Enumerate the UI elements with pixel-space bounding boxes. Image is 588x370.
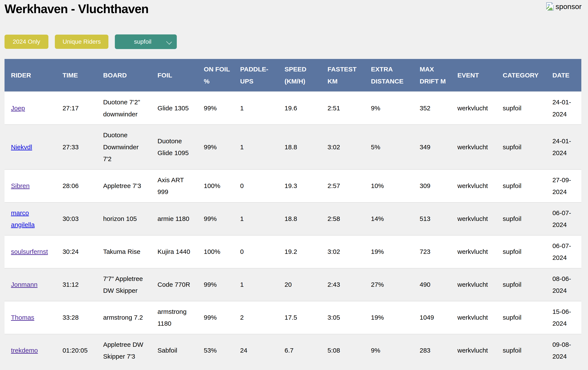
page: Werkhaven - Vluchthaven sponsor 2024 Onl… <box>0 2 588 367</box>
cell-rider: Thomas <box>4 301 56 334</box>
table-header: RIDERTIMEBOARDFOILON FOIL %PADDLE-UPSSPE… <box>4 59 581 92</box>
table-row: Jonmann31:127'7" Appletree DW SkipperCod… <box>4 268 581 301</box>
cell-extra_distance: 19% <box>365 301 413 334</box>
cell-fastest_km: 2:51 <box>321 92 365 125</box>
cell-on_foil: 53% <box>198 334 234 367</box>
cell-paddle_ups: 0 <box>234 169 278 202</box>
rider-link[interactable]: Joep <box>11 105 25 112</box>
cell-category: supfoil <box>496 92 546 125</box>
cell-extra_distance: 9% <box>365 92 413 125</box>
cell-board: Duotone Downwinder 7'2 <box>96 125 151 169</box>
cell-extra_distance: 27% <box>365 268 413 301</box>
cell-on_foil: 100% <box>198 169 234 202</box>
table-row: soulsurfernst30:24Takuma RiseKujira 1440… <box>4 235 581 268</box>
cell-category: supfoil <box>496 268 546 301</box>
broken-image-icon <box>545 1 555 12</box>
cell-category: supfoil <box>496 202 546 235</box>
cell-category: supfoil <box>496 169 546 202</box>
cell-category: supfoil <box>496 125 546 169</box>
rider-link[interactable]: trekdemo <box>11 347 38 354</box>
cell-fastest_km: 2:58 <box>321 202 365 235</box>
cell-on_foil: 99% <box>198 92 234 125</box>
cell-extra_distance: 9% <box>365 334 413 367</box>
cell-foil: Kujira 1440 <box>151 235 197 268</box>
column-header-extra_distance: EXTRA DISTANCE <box>365 59 413 92</box>
cell-fastest_km: 2:57 <box>321 169 365 202</box>
cell-time: 33:28 <box>56 301 97 334</box>
cell-category: supfoil <box>496 235 546 268</box>
cell-speed: 19.3 <box>278 169 321 202</box>
chevron-down-icon <box>166 39 172 44</box>
cell-speed: 6.7 <box>278 334 321 367</box>
cell-date: 27-09- 2024 <box>546 169 581 202</box>
cell-max_drift: 1049 <box>413 301 451 334</box>
cell-extra_distance: 19% <box>365 235 413 268</box>
cell-paddle_ups: 0 <box>234 235 278 268</box>
cell-rider: Jonmann <box>4 268 56 301</box>
column-header-board: BOARD <box>96 59 151 92</box>
rider-link[interactable]: Sibren <box>11 182 30 189</box>
cell-extra_distance: 14% <box>365 202 413 235</box>
rider-link[interactable]: soulsurfernst <box>11 248 48 255</box>
cell-board: armstrong 7.2 <box>96 301 151 334</box>
cell-date: 06-07- 2024 <box>546 202 581 235</box>
table-row: Thomas33:28armstrong 7.2armstrong 118099… <box>4 301 581 334</box>
cell-speed: 19.6 <box>278 92 321 125</box>
table-header-row: RIDERTIMEBOARDFOILON FOIL %PADDLE-UPSSPE… <box>4 59 581 92</box>
cell-time: 28:06 <box>56 169 97 202</box>
cell-event: werkvlucht <box>451 92 496 125</box>
cell-time: 31:12 <box>56 268 97 301</box>
column-header-event: EVENT <box>451 59 496 92</box>
table-row: Niekvdl27:33Duotone Downwinder 7'2Duoton… <box>4 125 581 169</box>
cell-board: 7'7" Appletree DW Skipper <box>96 268 151 301</box>
rider-link[interactable]: Jonmann <box>11 281 37 288</box>
cell-max_drift: 490 <box>413 268 451 301</box>
cell-paddle_ups: 1 <box>234 202 278 235</box>
column-header-max_drift: MAX DRIFT M <box>413 59 451 92</box>
filter-2024-only-button[interactable]: 2024 Only <box>4 35 48 49</box>
table-row: Sibren28:06Appletree 7’3Axis ART 999100%… <box>4 169 581 202</box>
cell-paddle_ups: 1 <box>234 92 278 125</box>
cell-foil: Axis ART 999 <box>151 169 197 202</box>
cell-foil: Duotone Glide 1095 <box>151 125 197 169</box>
rider-link[interactable]: marco angilella <box>11 209 35 228</box>
cell-rider: trekdemo <box>4 334 56 367</box>
cell-extra_distance: 10% <box>365 169 413 202</box>
cell-max_drift: 309 <box>413 169 451 202</box>
cell-on_foil: 100% <box>198 235 234 268</box>
unique-riders-button[interactable]: Unique Riders <box>55 35 108 49</box>
column-header-rider: RIDER <box>4 59 56 92</box>
cell-fastest_km: 3:05 <box>321 301 365 334</box>
category-select[interactable]: supfoil <box>115 34 177 49</box>
cell-time: 01:20:05 <box>56 334 97 367</box>
column-header-on_foil: ON FOIL % <box>198 59 234 92</box>
cell-fastest_km: 2:43 <box>321 268 365 301</box>
rider-link[interactable]: Thomas <box>11 314 34 321</box>
cell-board: Appletree 7’3 <box>96 169 151 202</box>
cell-event: werkvlucht <box>451 235 496 268</box>
cell-fastest_km: 3:02 <box>321 125 365 169</box>
cell-time: 27:17 <box>56 92 97 125</box>
cell-event: werkvlucht <box>451 334 496 367</box>
cell-extra_distance: 5% <box>365 125 413 169</box>
cell-date: 15-06- 2024 <box>546 301 581 334</box>
cell-rider: Niekvdl <box>4 125 56 169</box>
cell-paddle_ups: 1 <box>234 125 278 169</box>
cell-max_drift: 283 <box>413 334 451 367</box>
cell-rider: Joep <box>4 92 56 125</box>
page-title: Werkhaven - Vluchthaven <box>4 2 581 16</box>
cell-max_drift: 352 <box>413 92 451 125</box>
cell-speed: 19.2 <box>278 235 321 268</box>
cell-foil: Glide 1305 <box>151 92 197 125</box>
cell-on_foil: 99% <box>198 301 234 334</box>
column-header-foil: FOIL <box>151 59 197 92</box>
column-header-fastest_km: FASTEST KM <box>321 59 365 92</box>
cell-on_foil: 99% <box>198 125 234 169</box>
rider-link[interactable]: Niekvdl <box>11 144 32 151</box>
cell-board: Duotone 7’2” downwinder <box>96 92 151 125</box>
cell-board: horizon 105 <box>96 202 151 235</box>
cell-board: Takuma Rise <box>96 235 151 268</box>
cell-on_foil: 99% <box>198 268 234 301</box>
cell-foil: armie 1180 <box>151 202 197 235</box>
column-header-category: CATEGORY <box>496 59 546 92</box>
